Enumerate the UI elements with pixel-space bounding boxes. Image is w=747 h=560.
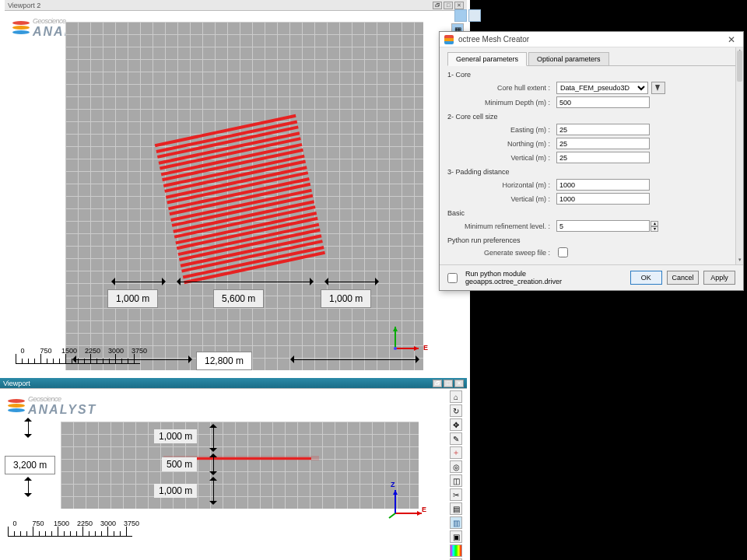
section-cellsize: 2- Core cell size — [447, 113, 738, 121]
dim-label-padbottom: 1,000 m — [154, 484, 197, 498]
dim-label-totalv: 3,200 m — [5, 456, 55, 474]
tool-crop-icon[interactable]: ◫ — [450, 474, 462, 487]
pad-vertical-input[interactable] — [556, 193, 650, 205]
dim-arrow-pad-right — [327, 282, 377, 282]
core-hull-pick-button[interactable] — [651, 82, 665, 94]
dim-label-coredepth: 500 m — [162, 457, 197, 471]
axis-indicator-top: E — [389, 322, 422, 355]
ok-button[interactable]: OK — [630, 271, 662, 285]
cancel-button[interactable]: Cancel — [667, 271, 699, 285]
core-hull-label: Core hull extent : — [447, 84, 556, 92]
horizontal-input[interactable] — [556, 179, 650, 191]
dim-arrow-totalv-down — [28, 479, 29, 495]
viewport-bottom-toolbar: ⌂ ↻ ✥ ✎ ＋ ◎ ◫ ✂ ▤ ▥ ▣ ✦ — [450, 390, 464, 560]
octree-dialog: octree Mesh Creator ✕ ▴ ▾ General parame… — [439, 31, 744, 291]
tool-home-icon[interactable]: ⌂ — [450, 390, 462, 403]
tool-target-icon[interactable]: ◎ — [450, 460, 462, 473]
ribbon-btn-2[interactable] — [468, 9, 481, 22]
svg-marker-1 — [414, 346, 419, 351]
viewport-top-detach-button[interactable]: 🗗 — [433, 2, 442, 9]
min-depth-input[interactable] — [556, 96, 650, 108]
tab-optional[interactable]: Optional parameters — [528, 52, 609, 65]
northing-input[interactable] — [556, 138, 650, 149]
svg-marker-8 — [393, 490, 398, 495]
tool-pan-icon[interactable]: ✥ — [450, 418, 462, 431]
tool-camera-icon[interactable]: ▣ — [450, 530, 462, 543]
ruler-top: 07501500225030003750 — [11, 347, 151, 364]
gen-sweep-label: Generate sweep file : — [447, 249, 556, 257]
dim-arrow-padbottom — [213, 479, 214, 502]
vertical-label: Vertical (m) : — [447, 154, 556, 162]
app-logo: Geoscience ANALYST — [8, 395, 96, 417]
viewport-top-max-button[interactable]: □ — [444, 2, 453, 9]
ribbon-toolbar — [454, 9, 481, 22]
data-lines-planview — [155, 114, 325, 285]
dialog-title-text: octree Mesh Creator — [458, 35, 529, 44]
gen-sweep-checkbox[interactable] — [558, 247, 568, 257]
dim-arrow-core — [179, 282, 311, 282]
horizontal-label: Horizontal (m) : — [447, 181, 556, 189]
section-padding: 3- Padding distance — [447, 168, 738, 176]
run-module-label: Run python module geoapps.octree_creatio… — [465, 270, 621, 285]
ruler-bottom: 07501500225030003750 — [3, 520, 143, 537]
dim-arrow-total-right — [293, 359, 417, 360]
viewport-bottom-canvas[interactable]: Geoscience ANALYST 3,200 m 1,000 m 500 m… — [0, 389, 467, 557]
viewport-bottom-max-button[interactable]: □ — [444, 380, 453, 387]
viewport-top: Viewport 2 🗗 □ ✕ Geoscience ANALYST — [5, 0, 467, 376]
easting-input[interactable] — [556, 124, 650, 135]
dim-arrow-totalv-up — [28, 420, 29, 436]
viewport-bottom-detach-button[interactable]: 🗗 — [433, 380, 442, 387]
dialog-scrollbar[interactable]: ▴ ▾ — [735, 47, 743, 264]
tool-cut-icon[interactable]: ▤ — [450, 502, 462, 515]
dialog-footer: Run python module geoapps.octree_creatio… — [440, 264, 743, 290]
apply-button[interactable]: Apply — [703, 271, 735, 285]
viewport-bottom-titlebar[interactable]: Viewport 🗗 □ ✕ — [0, 378, 467, 389]
run-module-checkbox[interactable] — [447, 273, 458, 283]
dim-label-core: 5,600 m — [213, 289, 264, 308]
dialog-close-button[interactable]: ✕ — [724, 34, 738, 45]
viewport-top-titlebar[interactable]: Viewport 2 🗗 □ ✕ — [5, 0, 467, 11]
viewport-top-title: Viewport 2 — [8, 2, 40, 9]
viewport-top-close-button[interactable]: ✕ — [454, 2, 464, 9]
core-hull-select[interactable]: Data_FEM_pseudo3D — [556, 82, 648, 94]
data-line-section — [179, 457, 311, 460]
section-core: 1- Core — [447, 71, 738, 79]
dialog-titlebar[interactable]: octree Mesh Creator ✕ — [440, 32, 743, 47]
dim-arrow-padtop — [213, 426, 214, 450]
dim-label-padtop: 1,000 m — [154, 429, 197, 443]
viewport-bottom-title: Viewport — [3, 380, 30, 387]
vertical-input[interactable] — [556, 152, 650, 163]
tab-general[interactable]: General parameters — [447, 52, 527, 66]
min-refine-spinner[interactable]: ▴▾ — [651, 221, 658, 232]
viewport-top-canvas[interactable]: Geoscience ANALYST 1,000 m 5,600 m 1,000 — [5, 11, 467, 376]
easting-label: Easting (m) : — [447, 126, 556, 134]
viewport-bottom: Viewport 🗗 □ ✕ Geoscience ANALYST 3,200 … — [0, 378, 467, 557]
min-refine-input[interactable] — [556, 220, 650, 232]
dialog-tabbar: General parameters Optional parameters — [447, 52, 738, 66]
section-basic: Basic — [447, 209, 738, 217]
min-refine-label: Minimum refinement level. : — [447, 222, 556, 230]
grid-sectionview — [61, 422, 419, 509]
tool-colorbar-icon[interactable] — [450, 544, 462, 557]
svg-marker-3 — [393, 327, 398, 331]
ribbon-btn-1[interactable] — [454, 9, 467, 22]
tool-pencil-icon[interactable]: ✎ — [450, 432, 462, 445]
axis-indicator-bottom: Z E — [388, 485, 420, 518]
dim-label-pad-left: 1,000 m — [107, 289, 158, 308]
tool-rotate-icon[interactable]: ↻ — [450, 404, 462, 417]
dim-label-pad-right: 1,000 m — [321, 289, 371, 308]
pad-vertical-label: Vertical (m) : — [447, 195, 556, 203]
dim-arrow-coredepth — [213, 456, 214, 473]
svg-line-9 — [389, 513, 395, 518]
min-depth-label: Minimum Depth (m) : — [447, 99, 556, 107]
section-python: Python run preferences — [447, 236, 738, 244]
dim-arrow-pad-left — [114, 282, 163, 282]
northing-label: Northing (m) : — [447, 140, 556, 148]
dialog-app-icon — [444, 35, 454, 44]
svg-point-4 — [394, 347, 397, 350]
tool-eyedrop-icon[interactable]: ✂ — [450, 488, 462, 501]
dim-label-total: 12,800 m — [196, 352, 252, 370]
viewport-bottom-close-button[interactable]: ✕ — [454, 380, 464, 387]
tool-plus-icon[interactable]: ＋ — [450, 446, 462, 459]
tool-chart-icon[interactable]: ▥ — [450, 516, 462, 529]
